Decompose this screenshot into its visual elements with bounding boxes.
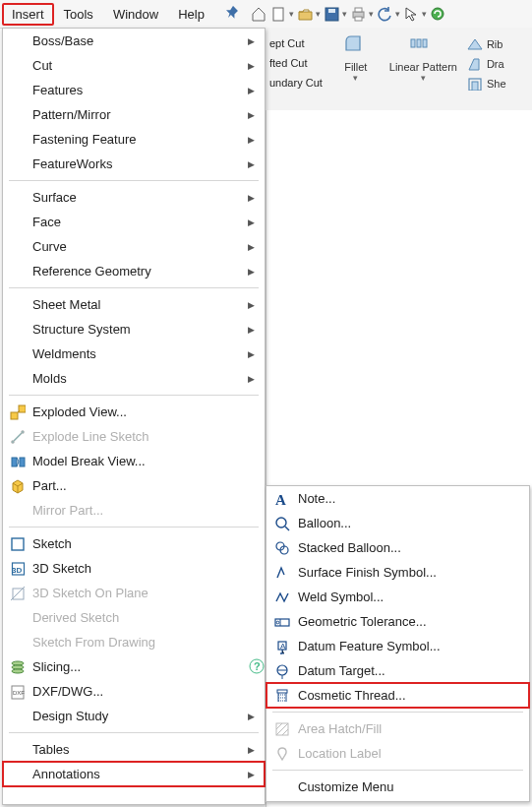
insert-item-surface[interactable]: Surface▶ [3, 185, 265, 210]
insert-item-features[interactable]: Features▶ [3, 78, 265, 102]
menu-item-label: Reference Geometry [9, 264, 248, 279]
toolbar-print-icon[interactable] [349, 5, 367, 23]
menu-separator [9, 287, 259, 288]
toolbar-undo-caret[interactable]: ▾ [395, 9, 400, 19]
insert-item-model-break-view[interactable]: Model Break View... [3, 449, 265, 473]
menu-separator [9, 395, 259, 396]
toolbar-open-caret[interactable]: ▾ [316, 9, 321, 19]
insert-item-design-study[interactable]: Design Study▶ [3, 704, 265, 728]
toolbar-open-icon[interactable] [296, 5, 314, 23]
ribbon-fillet[interactable]: Fillet ▾ [332, 33, 380, 83]
menu-item-label: Area Hatch/Fill [292, 721, 519, 736]
insert-item-weldments[interactable]: Weldments▶ [3, 341, 265, 366]
annotations-item-cosmetic-thread[interactable]: Cosmetic Thread... [266, 683, 529, 708]
menu-item-label: Cut [9, 58, 248, 73]
toolbar-new-caret[interactable]: ▾ [289, 9, 294, 19]
note-icon [272, 490, 292, 508]
submenu-arrow-icon: ▶ [248, 267, 255, 277]
submenu-arrow-icon: ▶ [248, 135, 255, 145]
submenu-arrow-icon: ▶ [248, 86, 255, 95]
menu-item-label: Geometric Tolerance... [292, 614, 519, 629]
explodeline-icon [9, 428, 27, 446]
insert-item-part[interactable]: Part... [3, 473, 265, 498]
annotations-item-area-hatch-fill: Area Hatch/Fill [266, 716, 529, 741]
menu-item-label: Structure System [9, 322, 248, 337]
toolbar-new-icon[interactable] [269, 5, 287, 23]
menu-item-label: 3D Sketch [27, 561, 255, 576]
toolbar-undo-icon[interactable] [376, 5, 393, 23]
annotations-item-weld-symbol[interactable]: Weld Symbol... [266, 585, 529, 609]
ribbon-linear-pattern[interactable]: Linear Pattern ▾ [389, 33, 457, 83]
annotations-item-datum-feature-symbol[interactable]: Datum Feature Symbol... [266, 634, 529, 658]
insert-item-fastening-feature[interactable]: Fastening Feature▶ [3, 127, 265, 152]
annotations-submenu: Note...Balloon...Stacked Balloon...Surfa… [266, 485, 530, 802]
ribbon-shell[interactable]: She [467, 77, 506, 91]
menu-item-label: DXF/DWG... [27, 684, 255, 699]
pin-menubar-icon[interactable] [220, 2, 246, 27]
annotations-item-balloon[interactable]: Balloon... [266, 511, 529, 535]
annotations-item-surface-finish-symbol[interactable]: Surface Finish Symbol... [266, 560, 529, 585]
menu-item-label: Annotations [9, 767, 248, 781]
menu-window[interactable]: Window [103, 3, 168, 26]
menu-item-label: Weld Symbol... [292, 590, 519, 604]
submenu-arrow-icon: ▶ [248, 36, 255, 46]
ribbon-boundary-cut[interactable]: undary Cut [269, 77, 323, 89]
part-icon [9, 477, 27, 495]
stackedballoon-icon [272, 539, 292, 557]
ribbon-lofted-cut[interactable]: fted Cut [269, 57, 323, 69]
annotations-item-stacked-balloon[interactable]: Stacked Balloon... [266, 535, 529, 560]
submenu-arrow-icon: ▶ [248, 61, 255, 71]
insert-item-molds[interactable]: Molds▶ [3, 366, 265, 391]
ribbon-cut-group: ept Cut fted Cut undary Cut [269, 33, 323, 89]
ribbon-right-group: Rib Dra She [467, 33, 506, 91]
menu-item-label: 3D Sketch On Plane [27, 586, 255, 600]
menu-separator [272, 770, 523, 771]
menu-item-label: Note... [292, 491, 519, 506]
insert-item-3d-sketch[interactable]: 3D Sketch [3, 556, 265, 581]
annotations-item-geometric-tolerance[interactable]: Geometric Tolerance... [266, 609, 529, 634]
toolbar-print-caret[interactable]: ▾ [369, 9, 374, 19]
menu-item-label: Pattern/Mirror [9, 107, 248, 122]
insert-item-sheet-metal[interactable]: Sheet Metal▶ [3, 292, 265, 317]
toolbar-home-icon[interactable] [250, 5, 267, 23]
insert-item-face[interactable]: Face▶ [3, 210, 265, 234]
menu-help[interactable]: Help [168, 3, 214, 26]
toolbar-save-icon[interactable] [323, 5, 340, 23]
modelbreak-icon [9, 453, 27, 470]
menu-tools[interactable]: Tools [54, 3, 103, 26]
submenu-arrow-icon: ▶ [248, 300, 255, 310]
toolbar-save-caret[interactable]: ▾ [342, 9, 347, 19]
annotations-item-note[interactable]: Note... [266, 486, 529, 511]
surfacefinish-icon [272, 564, 292, 582]
submenu-arrow-icon: ▶ [248, 242, 255, 252]
menu-item-label: Balloon... [292, 516, 519, 530]
ribbon-draft[interactable]: Dra [467, 57, 506, 71]
insert-item-slicing[interactable]: Slicing... [3, 654, 265, 679]
insert-item-cut[interactable]: Cut▶ [3, 53, 265, 78]
insert-item-structure-system[interactable]: Structure System▶ [3, 317, 265, 341]
toolbar-rebuild-icon[interactable] [429, 5, 446, 23]
insert-item-featureworks[interactable]: FeatureWorks▶ [3, 152, 265, 176]
menu-insert[interactable]: Insert [2, 3, 54, 26]
insert-item-tables[interactable]: Tables▶ [3, 737, 265, 762]
insert-item-sketch[interactable]: Sketch [3, 531, 265, 556]
menu-item-label: Datum Feature Symbol... [292, 639, 519, 653]
insert-item-curve[interactable]: Curve▶ [3, 234, 265, 259]
annotations-item-datum-target[interactable]: Datum Target... [266, 658, 529, 683]
annotations-item-customize-menu[interactable]: Customize Menu [266, 775, 529, 799]
toolbar-select-icon[interactable] [402, 5, 420, 23]
help-icon[interactable] [249, 658, 266, 676]
submenu-arrow-icon: ▶ [248, 325, 255, 335]
insert-item-reference-geometry[interactable]: Reference Geometry▶ [3, 259, 265, 283]
toolbar-select-caret[interactable]: ▾ [422, 9, 427, 19]
insert-item-boss-base[interactable]: Boss/Base▶ [3, 29, 265, 53]
insert-item-annotations[interactable]: Annotations▶ [3, 762, 265, 786]
insert-item-pattern-mirror[interactable]: Pattern/Mirror▶ [3, 102, 265, 127]
insert-item-dxf-dwg[interactable]: DXF/DWG... [3, 679, 265, 704]
insert-item-sketch-from-drawing: Sketch From Drawing [3, 630, 265, 654]
ribbon-swept-cut[interactable]: ept Cut [269, 37, 323, 49]
insert-item-exploded-view[interactable]: Exploded View... [3, 400, 265, 424]
menu-item-label: FeatureWorks [9, 156, 248, 171]
menu-item-label: Datum Target... [292, 663, 519, 678]
ribbon-rib[interactable]: Rib [467, 37, 506, 51]
